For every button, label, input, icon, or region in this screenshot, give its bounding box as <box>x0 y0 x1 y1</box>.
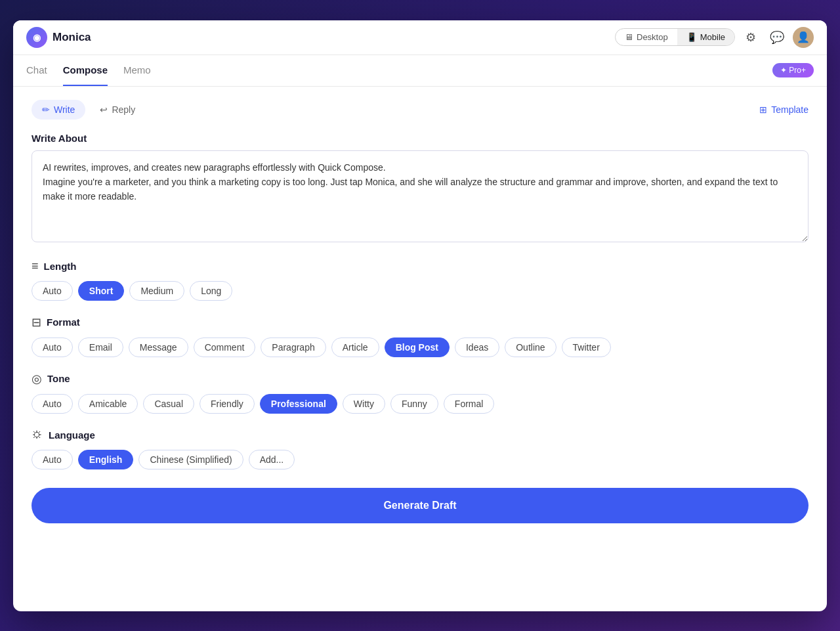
reply-icon: ↩ <box>100 104 108 115</box>
format-article-chip[interactable]: Article <box>331 337 379 357</box>
settings-btn[interactable]: ⚙ <box>740 27 761 48</box>
tab-compose[interactable]: Compose <box>63 55 108 86</box>
format-twitter-chip[interactable]: Twitter <box>562 337 611 357</box>
language-title: Language <box>49 429 95 441</box>
language-icon: ⛭ <box>32 428 43 442</box>
length-auto-chip[interactable]: Auto <box>32 281 73 301</box>
format-auto-chip[interactable]: Auto <box>32 337 73 357</box>
format-comment-chip[interactable]: Comment <box>194 337 256 357</box>
length-medium-chip[interactable]: Medium <box>129 281 184 301</box>
language-section: ⛭ Language Auto English Chinese (Simplif… <box>32 428 808 469</box>
length-long-chip[interactable]: Long <box>190 281 232 301</box>
titlebar-left: ◉ Monica <box>26 27 91 48</box>
template-btn[interactable]: ⊞ Template <box>759 104 808 115</box>
format-outline-chip[interactable]: Outline <box>505 337 556 357</box>
pro-badge[interactable]: ✦ Pro+ <box>772 63 814 77</box>
mobile-icon: 📱 <box>686 32 697 42</box>
gear-icon: ⚙ <box>746 30 756 45</box>
format-message-chip[interactable]: Message <box>129 337 188 357</box>
write-about-input[interactable] <box>32 150 808 242</box>
length-icon: ≡ <box>32 259 39 273</box>
format-paragraph-chip[interactable]: Paragraph <box>261 337 326 357</box>
language-auto-chip[interactable]: Auto <box>32 450 73 469</box>
format-section: ⊟ Format Auto Email Message Comment Para… <box>32 315 808 357</box>
nav-tabs: Chat Compose Memo <box>26 55 151 86</box>
tone-title: Tone <box>47 373 70 384</box>
tab-chat[interactable]: Chat <box>26 55 47 86</box>
view-toggle: 🖥 Desktop 📱 Mobile <box>615 28 735 46</box>
tone-professional-chip[interactable]: Professional <box>260 394 337 414</box>
tone-funny-chip[interactable]: Funny <box>390 394 438 414</box>
tone-witty-chip[interactable]: Witty <box>343 394 385 414</box>
feedback-icon: 💬 <box>770 30 784 45</box>
format-title: Format <box>47 316 80 328</box>
app-logo: ◉ <box>26 27 47 48</box>
tone-formal-chip[interactable]: Formal <box>444 394 495 414</box>
tone-chip-group: Auto Amicable Casual Friendly Profession… <box>32 394 808 414</box>
tone-friendly-chip[interactable]: Friendly <box>200 394 255 414</box>
tone-auto-chip[interactable]: Auto <box>32 394 73 414</box>
format-blogpost-chip[interactable]: Blog Post <box>385 337 450 357</box>
length-chip-group: Auto Short Medium Long <box>32 281 808 301</box>
language-add-chip[interactable]: Add... <box>249 450 295 469</box>
write-icon: ✏ <box>42 104 50 115</box>
app-window: ◉ Monica 🖥 Desktop 📱 Mobile ⚙ 💬 <box>13 20 827 611</box>
mobile-view-btn[interactable]: 📱 Mobile <box>677 29 734 45</box>
format-email-chip[interactable]: Email <box>78 337 123 357</box>
write-tab[interactable]: ✏ Write <box>32 100 85 120</box>
desktop-icon: 🖥 <box>625 32 633 42</box>
reply-tab[interactable]: ↩ Reply <box>89 100 146 120</box>
template-icon: ⊞ <box>759 104 767 115</box>
app-name: Monica <box>52 31 91 44</box>
format-icon: ⊟ <box>32 315 41 330</box>
tone-icon: ◎ <box>32 372 42 386</box>
language-chip-group: Auto English Chinese (Simplified) Add... <box>32 450 808 469</box>
sub-tabs: ✏ Write ↩ Reply <box>32 100 146 120</box>
format-chip-group: Auto Email Message Comment Paragraph Art… <box>32 337 808 357</box>
length-short-chip[interactable]: Short <box>78 281 125 301</box>
tab-memo[interactable]: Memo <box>123 55 151 86</box>
tone-casual-chip[interactable]: Casual <box>143 394 194 414</box>
language-english-chip[interactable]: English <box>78 450 134 469</box>
avatar[interactable]: 👤 <box>793 27 814 48</box>
titlebar-right: 🖥 Desktop 📱 Mobile ⚙ 💬 👤 <box>615 27 814 48</box>
titlebar: ◉ Monica 🖥 Desktop 📱 Mobile ⚙ 💬 <box>13 20 827 55</box>
format-ideas-chip[interactable]: Ideas <box>455 337 499 357</box>
tone-section: ◎ Tone Auto Amicable Casual Friendly Pro… <box>32 372 808 414</box>
write-about-section: Write About <box>32 133 808 245</box>
write-about-label: Write About <box>32 133 808 144</box>
length-section: ≡ Length Auto Short Medium Long <box>32 259 808 301</box>
language-chinese-chip[interactable]: Chinese (Simplified) <box>138 450 243 469</box>
sub-nav: ✏ Write ↩ Reply ⊞ Template <box>32 100 808 120</box>
desktop-view-btn[interactable]: 🖥 Desktop <box>616 29 677 45</box>
tone-amicable-chip[interactable]: Amicable <box>78 394 138 414</box>
length-title: Length <box>44 261 77 272</box>
feedback-btn[interactable]: 💬 <box>766 27 788 48</box>
main-nav: Chat Compose Memo ✦ Pro+ <box>13 55 827 87</box>
content-area: ✏ Write ↩ Reply ⊞ Template Write About ≡ <box>13 87 827 611</box>
generate-draft-btn[interactable]: Generate Draft <box>32 488 808 523</box>
